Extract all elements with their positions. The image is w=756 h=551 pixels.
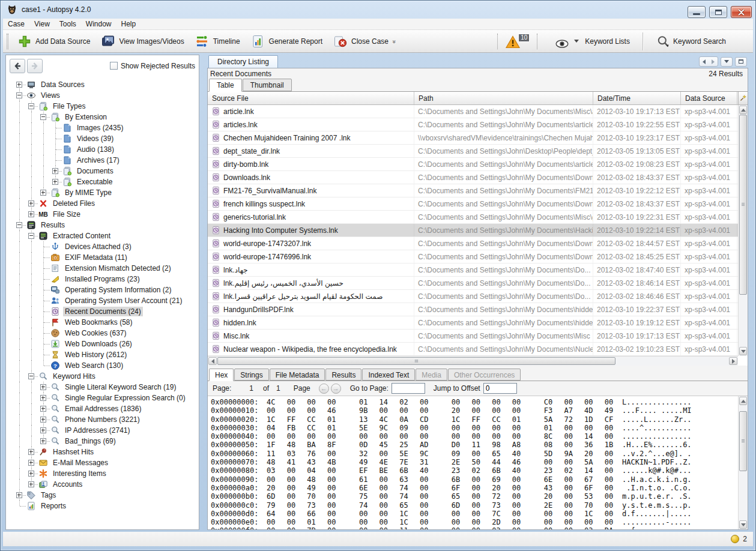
content-tab-indexed-text[interactable]: Indexed Text xyxy=(362,369,415,381)
table-row[interactable]: generics-tutorial.lnkC:\Documents and Se… xyxy=(208,211,738,224)
expand-icon[interactable] xyxy=(28,471,34,477)
collapse-icon[interactable] xyxy=(28,373,34,379)
table-row[interactable]: world-europe-17473207.lnkC:\Documents an… xyxy=(208,237,738,250)
timeline-button[interactable]: Timeline xyxy=(190,32,246,51)
prev-page-button[interactable]: ← xyxy=(319,384,329,394)
menu-help[interactable]: Help xyxy=(116,19,141,29)
tree-item-interesting-items[interactable]: Interesting Items xyxy=(14,468,198,479)
table-row[interactable]: Hacking Into Computer Systems.lnkC:\Docu… xyxy=(208,224,738,237)
keyword-lists-button[interactable]: Keyword Lists xyxy=(549,32,635,51)
collapse-icon[interactable] xyxy=(28,103,34,109)
tree-item-reports[interactable]: Reports xyxy=(14,501,198,511)
tree-item-file-size[interactable]: MBFile Size xyxy=(14,209,198,220)
tree-item-by-extension[interactable]: By Extension xyxy=(14,112,198,122)
collapse-icon[interactable] xyxy=(16,92,22,98)
overflow-chevron-icon[interactable]: » xyxy=(391,40,398,43)
hex-scroll-up-button[interactable] xyxy=(739,397,747,405)
collapse-icon[interactable] xyxy=(16,222,22,228)
column-header-data-source[interactable]: Data Source xyxy=(681,92,737,104)
tree-item-videos-39[interactable]: Videos (39) xyxy=(14,133,198,144)
expand-icon[interactable] xyxy=(40,427,46,433)
content-tab-strings[interactable]: Strings xyxy=(234,369,268,381)
tree-item-installed-programs-23[interactable]: Installed Programs (23) xyxy=(14,274,198,285)
scroll-down-button[interactable] xyxy=(739,347,747,355)
content-tab-results[interactable]: Results xyxy=(325,369,361,381)
add-data-source-button[interactable]: Add Data Source xyxy=(12,32,95,51)
ingest-warning-button[interactable]: 10 xyxy=(501,34,533,49)
notification-ball-icon[interactable] xyxy=(731,535,739,543)
expand-icon[interactable] xyxy=(16,492,22,498)
expand-icon[interactable] xyxy=(52,179,58,185)
view-images-videos-button[interactable]: View Images/Videos xyxy=(95,32,189,51)
column-header-date-time[interactable]: Date/Time xyxy=(593,92,681,104)
menu-tools[interactable]: Tools xyxy=(55,19,81,29)
tab-directory-listing[interactable]: Directory Listing xyxy=(208,55,278,68)
vertical-scroll-thumb[interactable] xyxy=(739,115,747,295)
tree-item-web-cookies-637[interactable]: Web Cookies (637) xyxy=(14,328,198,339)
table-row[interactable]: HandgunDrillsPDF.lnkC:\Documents and Set… xyxy=(208,303,738,316)
content-tab-hex[interactable]: Hex xyxy=(209,369,234,381)
menu-case[interactable]: Case xyxy=(3,19,29,29)
menu-window[interactable]: Window xyxy=(81,19,116,29)
tree-item-archives-17[interactable]: Archives (17) xyxy=(14,155,198,166)
tree-item-documents[interactable]: Documents xyxy=(14,166,198,176)
hex-scroll-down-button[interactable] xyxy=(739,520,747,529)
horizontal-scroll-thumb[interactable] xyxy=(217,357,615,365)
tree-item-executable[interactable]: Executable xyxy=(14,176,198,187)
content-tab-file-metadata[interactable]: File Metadata xyxy=(270,369,325,381)
table-row[interactable]: hidden.lnkC:\Documents and Settings\John… xyxy=(208,316,738,330)
tree-item-web-downloads-26[interactable]: Web Downloads (26) xyxy=(14,339,198,349)
scroll-up-button[interactable] xyxy=(739,106,747,114)
tree-item-extension-mismatch-detected-2[interactable]: Extension Mismatch Detected (2) xyxy=(14,263,198,274)
column-settings-button[interactable] xyxy=(738,92,748,105)
expand-icon[interactable] xyxy=(28,211,34,217)
scroll-right-button[interactable] xyxy=(729,357,737,365)
tree-item-by-mime-type[interactable]: By MIME Type xyxy=(14,187,198,198)
tree-item-views[interactable]: Views xyxy=(14,90,198,101)
next-page-button[interactable]: → xyxy=(331,384,341,394)
tree-item-single-regular-expression-search-0[interactable]: Single Regular Expression Search (0) xyxy=(14,393,198,403)
tree-item-results[interactable]: Results xyxy=(14,220,198,230)
goto-page-input[interactable] xyxy=(392,383,425,394)
tree-item-email-addresses-1836[interactable]: Email Addresses (1836) xyxy=(14,403,198,414)
table-row[interactable]: article.lnkC:\Documents and Settings\Joh… xyxy=(208,105,738,118)
close-case-button[interactable]: Close Case» xyxy=(328,32,401,51)
view-tab-table[interactable]: Table xyxy=(209,79,242,92)
table-row[interactable]: articles.lnkC:\Documents and Settings\Jo… xyxy=(208,118,738,131)
table-row[interactable]: Downloads.lnkC:\Documents and Settings\J… xyxy=(208,171,738,184)
table-vertical-scrollbar[interactable] xyxy=(738,105,748,356)
tree-item-web-history-2612[interactable]: Web History (2612) xyxy=(14,349,198,360)
expand-icon[interactable] xyxy=(28,449,34,455)
history-back-button[interactable] xyxy=(700,57,709,66)
tree-item-deleted-files[interactable]: Deleted Files xyxy=(14,198,198,209)
expand-icon[interactable] xyxy=(28,481,34,487)
table-row[interactable]: Nuclear weapon - Wikipedia, the free enc… xyxy=(208,343,738,356)
forward-button[interactable] xyxy=(27,59,43,73)
tree-item-operating-system-user-account-21[interactable]: Operating System User Account (21) xyxy=(14,295,198,306)
back-button[interactable] xyxy=(10,59,25,73)
tree-item-single-literal-keyword-search-19[interactable]: Single Literal Keyword Search (19) xyxy=(14,382,198,393)
column-header-path[interactable]: Path xyxy=(414,92,593,104)
table-row[interactable]: dept_state_dir.lnkC:\Documents and Setti… xyxy=(208,145,738,158)
expand-icon[interactable] xyxy=(40,417,46,423)
tree-item-extracted-content[interactable]: Extracted Content xyxy=(14,230,198,241)
expand-icon[interactable] xyxy=(40,384,46,390)
menu-view[interactable]: View xyxy=(29,19,55,29)
tree-item-file-types[interactable]: File Types xyxy=(14,101,198,112)
tree-item-keyword-hits[interactable]: Keyword Hits xyxy=(14,371,198,382)
tree-item-ip-addresses-2741[interactable]: IP Addresses (2741) xyxy=(14,425,198,436)
close-window-button[interactable] xyxy=(731,6,752,18)
tree-item-e-mail-messages[interactable]: E-Mail Messages xyxy=(14,457,198,468)
tree-item-web-bookmarks-58[interactable]: Web Bookmarks (58) xyxy=(14,317,198,328)
hex-vertical-scrollbar[interactable] xyxy=(738,396,748,529)
table-row[interactable]: Chechen Mujahideen Training 2007 .lnk\\v… xyxy=(208,131,738,145)
table-horizontal-scrollbar[interactable] xyxy=(208,356,738,366)
table-row[interactable]: world-europe-17476996.lnkC:\Documents an… xyxy=(208,250,738,263)
tree-item-data-sources[interactable]: Data Sources xyxy=(14,79,198,90)
show-rejected-checkbox[interactable] xyxy=(110,62,118,70)
tree-item-images-2435[interactable]: Images (2435) xyxy=(14,122,198,133)
tree-item-phone-numbers-3221[interactable]: Phone Numbers (3221) xyxy=(14,414,198,425)
collapse-icon[interactable] xyxy=(28,233,34,239)
table-row[interactable]: dirty-bomb.lnkC:\Documents and Settings\… xyxy=(208,158,738,171)
tree-item-audio-138[interactable]: Audio (138) xyxy=(14,144,198,155)
